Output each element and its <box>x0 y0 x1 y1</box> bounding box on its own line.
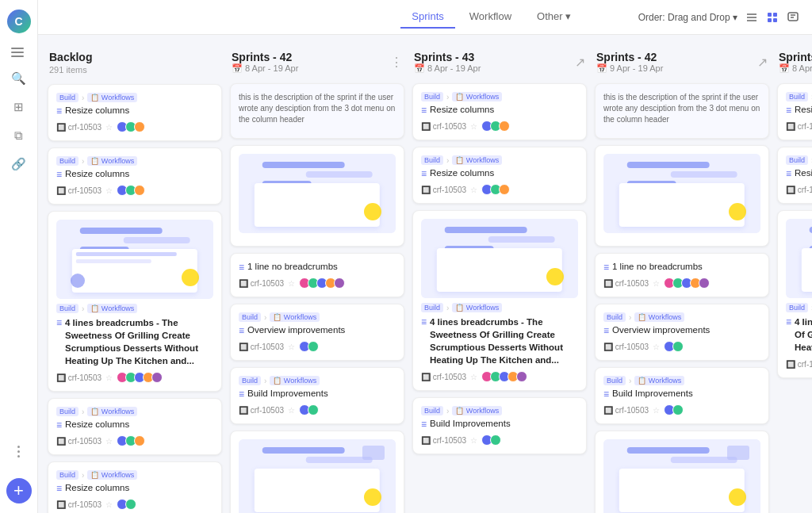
card-bl-5[interactable]: Build › 📋 Workflows ≡ Resize columns 🔲 c… <box>48 461 222 513</box>
card-s43a-3[interactable]: Build › 📋 Workflows ≡ 4 lines breadcrumb… <box>412 210 587 391</box>
column-sprint43b: Sprints - 43 📅 8 Apr - 19 Apr Build › 📋 … <box>777 48 812 378</box>
card-title: ≡ 1 line no breadcrumbs <box>603 262 760 273</box>
sidebar-logo[interactable]: C <box>7 10 31 33</box>
card-footer: 🔲 crf-10503 ☆ <box>56 372 213 383</box>
link-icon[interactable]: 🔗 <box>11 157 26 171</box>
sprint42b-description-card: this is the description of the sprint if… <box>595 83 769 139</box>
add-button[interactable]: + <box>6 478 32 503</box>
svg-rect-7 <box>788 13 798 21</box>
column-title-backlog: Backlog <box>49 51 92 63</box>
card-title: ≡ Resize columns <box>56 105 213 117</box>
card-s43a-4[interactable]: Build › 📋 Workflows ≡ Build Improvements… <box>412 397 587 454</box>
grid-view-icon[interactable] <box>766 11 779 24</box>
card-breadcrumb: Build › 📋 Workflows <box>239 376 396 385</box>
svg-rect-5 <box>768 18 772 22</box>
card-footer: 🔲 crf-10503 ☆ <box>239 341 396 352</box>
list-view-icon[interactable] <box>745 11 758 24</box>
card-s42a-2[interactable]: ≡ 1 line no breadcrumbs 🔲 crf-10503 ☆ <box>230 253 404 297</box>
nav-tabs: Sprints Workflow Other ▾ <box>344 6 638 29</box>
column-count-backlog: 291 items <box>49 65 92 75</box>
card-footer: 🔲 crf-10503 ☆ <box>421 435 578 446</box>
column-sprint42b: Sprints - 42 📅 9 Apr - 19 Apr ↗ this is … <box>595 48 769 513</box>
card-image <box>239 439 396 513</box>
column-meta-sprint42a: 📅 8 Apr - 19 Apr <box>232 63 298 74</box>
board-area: Backlog 291 items Build › 📋 Workflows ≡ … <box>38 35 812 513</box>
card-footer: 🔲 crf-10503 ☆ <box>421 121 578 132</box>
card-s43a-1[interactable]: Build › 📋 Workflows ≡ Resize columns 🔲 c… <box>412 83 587 140</box>
card-breadcrumb: Build › 📋 Workflows <box>56 304 213 313</box>
card-s43b-1[interactable]: Build › 📋 Workflows ≡ Resize columns 🔲 c… <box>777 83 812 140</box>
card-image <box>603 439 760 513</box>
tab-sprints[interactable]: Sprints <box>400 6 454 29</box>
tab-other[interactable]: Other ▾ <box>526 6 582 29</box>
card-image <box>239 154 396 233</box>
card-breadcrumb: Build › 📋 Workflows <box>421 406 578 415</box>
hamburger-icon[interactable] <box>0 48 24 57</box>
column-title-sprint42b: Sprints - 42 <box>596 51 663 63</box>
card-s43b-2[interactable]: Build › 📋 Workflows ≡ Resize columns 🔲 c… <box>777 147 812 204</box>
card-breadcrumb: Build › 📋 Workflows <box>786 155 812 165</box>
card-bl-4[interactable]: Build › 📋 Workflows ≡ Resize columns 🔲 c… <box>48 398 222 455</box>
layers-icon[interactable]: ⧉ <box>14 128 23 143</box>
svg-rect-4 <box>773 13 777 17</box>
column-share-icon[interactable]: ↗ <box>575 55 585 70</box>
card-bl-2[interactable]: Build › 📋 Workflows ≡ Resize columns 🔲 c… <box>48 147 222 205</box>
card-footer: 🔲 crf-10503 ☆ <box>56 499 213 510</box>
table-icon[interactable]: ⊞ <box>13 100 24 114</box>
card-s43b-3[interactable]: Build › 📋 Workflows ≡ 4 lines breadcrumb… <box>777 210 812 378</box>
card-s42b-4[interactable]: Build › 📋 Workflows ≡ Build Improvements… <box>595 367 769 424</box>
column-meta-sprint42b: 📅 9 Apr - 19 Apr <box>596 63 663 74</box>
chat-icon[interactable] <box>787 11 799 24</box>
order-dropdown[interactable]: Order: Drag and Drop ▾ <box>638 12 737 23</box>
description-text-b: this is the description of the sprint if… <box>603 92 760 125</box>
card-breadcrumb: Build › 📋 Workflows <box>239 312 396 322</box>
column-action-more[interactable]: ⋮ <box>390 55 403 70</box>
card-s42b-3[interactable]: Build › 📋 Workflows ≡ Overview improveme… <box>595 304 769 361</box>
card-image <box>421 219 578 298</box>
card-s42b-2[interactable]: ≡ 1 line no breadcrumbs 🔲 crf-10503 ☆ <box>595 253 769 297</box>
card-breadcrumb: Build › 📋 Workflows <box>786 92 812 101</box>
card-footer: 🔲 crf-10503 ☆ <box>786 121 812 132</box>
card-footer: 🔲 crf-10503 ☆ <box>786 184 812 195</box>
column-share-icon-b[interactable]: ↗ <box>757 55 768 70</box>
card-footer: 🔲 crf-10503 ☆ <box>786 358 812 369</box>
card-breadcrumb: Build › 📋 Workflows <box>421 92 578 101</box>
card-s43a-2[interactable]: Build › 📋 Workflows ≡ Resize columns 🔲 c… <box>412 147 587 204</box>
card-footer: 🔲 crf-10503 ☆ <box>56 185 213 196</box>
column-header-sprint43b: Sprints - 43 📅 8 Apr - 19 Apr <box>777 48 812 77</box>
description-text: this is the description of the sprint if… <box>239 92 396 125</box>
column-sprint42a: Sprints - 42 📅 8 Apr - 19 Apr ⋮ this is … <box>230 48 404 513</box>
card-image <box>786 219 812 298</box>
sidebar: C 🔍 ⊞ ⧉ 🔗 + <box>0 0 38 513</box>
card-s42a-3[interactable]: Build › 📋 Workflows ≡ Overview improveme… <box>230 304 404 361</box>
card-s42a-4[interactable]: Build › 📋 Workflows ≡ Build Improvements… <box>230 367 404 424</box>
card-title: ≡ Build Improvements <box>239 389 396 400</box>
nav-right: Order: Drag and Drop ▾ <box>638 11 799 24</box>
card-footer: 🔲 crf-10503 ☆ <box>421 371 578 382</box>
card-title-long: ≡ 4 lines breadcrumbs Sweetness Of Grill… <box>786 316 812 354</box>
card-s42a-1[interactable] <box>230 145 404 247</box>
svg-rect-3 <box>768 13 772 17</box>
column-meta-sprint43a: 📅 8 Apr - 19 Apr <box>414 63 481 74</box>
column-header-backlog: Backlog 291 items <box>48 48 222 78</box>
svg-rect-6 <box>773 18 777 22</box>
card-breadcrumb: Build › 📋 Workflows <box>56 407 213 416</box>
card-footer: 🔲 crf-10503 ☆ <box>603 404 760 415</box>
card-bl-1[interactable]: Build › 📋 Workflows ≡ Resize columns 🔲 c… <box>48 84 222 141</box>
card-s42b-1[interactable] <box>595 145 769 247</box>
card-s42a-5[interactable] <box>230 431 404 513</box>
card-bl-3[interactable]: Build › 📋 Workflows ≡ 4 lines breadcrumb… <box>48 211 222 392</box>
card-breadcrumb: Build › 📋 Workflows <box>56 93 213 102</box>
card-title: ≡ Resize columns <box>56 419 213 431</box>
more-options-icon[interactable] <box>17 446 20 457</box>
search-icon[interactable]: 🔍 <box>11 71 26 86</box>
card-s42b-5[interactable] <box>595 431 769 513</box>
card-title: ≡ Overview improvements <box>603 325 760 336</box>
column-header-sprint43a: Sprints - 43 📅 8 Apr - 19 Apr ↗ <box>412 48 587 77</box>
card-breadcrumb: Build › 📋 Workflows <box>421 303 578 312</box>
column-title-sprint42a: Sprints - 42 <box>232 51 298 63</box>
card-footer: 🔲 crf-10503 ☆ <box>56 435 213 446</box>
tab-workflow[interactable]: Workflow <box>458 6 523 29</box>
card-breadcrumb: Build › 📋 Workflows <box>56 156 213 166</box>
card-title: ≡ Resize columns <box>56 483 213 494</box>
